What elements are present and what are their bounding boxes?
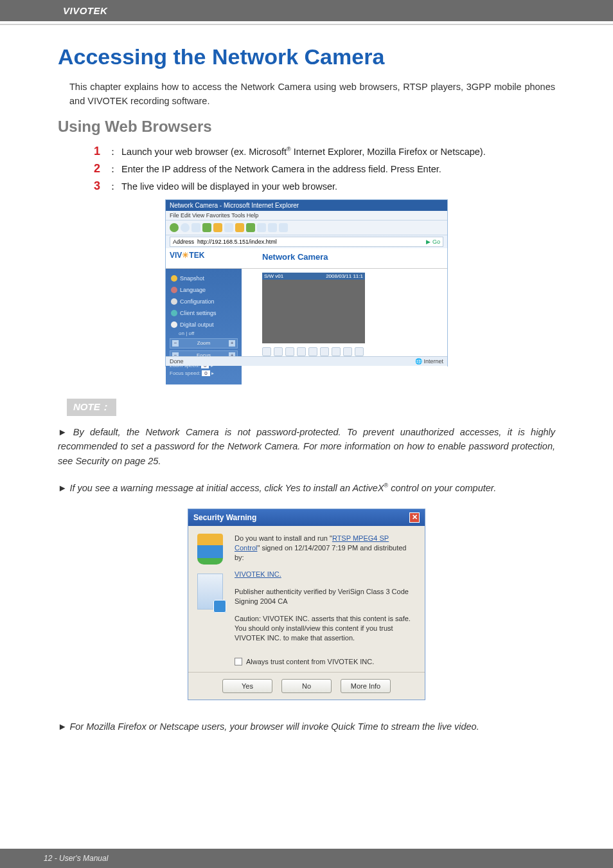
back-icon [170, 223, 179, 232]
play-icon [262, 347, 271, 356]
favorites-icon [235, 223, 244, 232]
dialog-button-row: Yes No More Info [188, 672, 425, 700]
page-footer: 12 - User's Manual [0, 849, 613, 868]
yes-button[interactable]: Yes [222, 679, 272, 693]
step-1-pre: Launch your web browser (ex. Microsoft [121, 147, 287, 157]
step-number-3: 3 [94, 179, 104, 193]
note-2-pre: If you see a warning message at initial … [69, 483, 384, 493]
sidebar-client-settings: Client settings [170, 307, 238, 319]
sidebar-snapshot: Snapshot [170, 273, 238, 284]
note-3-text: For Mozilla Firefox or Netscape users, y… [69, 721, 479, 732]
forward-icon [181, 223, 190, 232]
sidebar-language: Language [170, 284, 238, 296]
checkbox-icon[interactable] [235, 658, 242, 665]
note-2-post: control on your computer. [388, 483, 496, 493]
output-icon [171, 321, 177, 328]
search-icon [224, 223, 233, 232]
browser-address-bar: Address http://192.168.5.151/index.html … [170, 237, 443, 247]
header-divider [0, 24, 613, 25]
intro-paragraph: This chapter explains how to access the … [58, 80, 555, 109]
video-overlay-left: S/W v01 [264, 273, 283, 279]
minus-icon: − [172, 340, 179, 347]
snapshot-icon [171, 275, 177, 282]
language-icon [171, 287, 177, 293]
note-1-text: By default, the Network Camera is not pa… [58, 427, 555, 466]
step-sep: ： [108, 163, 118, 176]
mute-icon [308, 347, 317, 356]
sidebar-digital-output: Digital output [170, 319, 238, 330]
status-done: Done [170, 358, 184, 365]
always-trust-row[interactable]: Always trust content from VIVOTEK INC. [188, 655, 425, 672]
sidebar-configuration: Configuration [170, 296, 238, 307]
camera-main: S/W v012008/03/11 11:1 [242, 269, 447, 384]
always-trust-label: Always trust content from VIVOTEK INC. [246, 658, 374, 665]
note-3: ► For Mozilla Firefox or Netscape users,… [58, 719, 555, 734]
vendor-link[interactable]: VIVOTEK INC. [235, 570, 281, 578]
header-brand: VIVOTEK [0, 0, 613, 21]
browser-screenshot: Network Camera - Microsoft Internet Expl… [165, 199, 448, 366]
address-label: Address [173, 239, 194, 245]
vivotek-logo: VIV☀TEK [166, 248, 242, 269]
note-2: ► If you see a warning message at initia… [58, 481, 555, 495]
plus-icon: + [229, 340, 235, 347]
sidebar-do-onoff: on | off [170, 330, 238, 336]
step-number-2: 2 [94, 162, 104, 176]
mail-icon [268, 223, 277, 232]
browser-window-title: Network Camera - Microsoft Internet Expl… [166, 200, 447, 211]
sidebar-focus-speed: Focus speed: 0 ▸ [170, 370, 238, 376]
note-label: NOTE： [67, 399, 116, 416]
zoom-in-icon [332, 347, 341, 356]
section-using-browsers: Using Web Browsers [58, 118, 555, 136]
dialog-title-text: Security Warning [193, 513, 256, 522]
more-info-button[interactable]: More Info [341, 679, 391, 693]
zoom-out-icon [343, 347, 352, 356]
camera-page-title: Network Camera [262, 252, 443, 262]
video-stream: S/W v012008/03/11 11:1 [262, 273, 365, 343]
step-3-text: The live video will be displayed in your… [121, 181, 337, 192]
mic-icon [320, 347, 329, 356]
dialog-titlebar: Security Warning ✕ [188, 509, 425, 526]
arrow-icon: ► [58, 721, 67, 732]
video-controls [262, 347, 443, 356]
step-2-text: Enter the IP address of the Network Came… [121, 164, 441, 174]
dialog-text-column: Do you want to install and run "RTSP MPE… [235, 534, 416, 651]
browser-menu-bar: File Edit View Favorites Tools Help [166, 211, 447, 221]
step-sep: ： [108, 146, 118, 158]
security-warning-dialog: Security Warning ✕ Do you want to instal… [188, 509, 425, 701]
page-title: Accessing the Network Camera [58, 44, 555, 69]
shield-icon [197, 534, 223, 562]
close-icon[interactable]: ✕ [409, 512, 420, 523]
step-1: 1 ： Launch your web browser (ex. Microso… [94, 145, 555, 158]
record-icon [285, 347, 294, 356]
go-button: ▶ Go [426, 239, 440, 245]
step-3: 3 ： The live video will be displayed in … [94, 179, 555, 193]
dialog-message-1: Do you want to install and run "RTSP MPE… [235, 534, 416, 563]
address-value: http://192.168.5.151/index.html [197, 239, 277, 245]
note-1: ► By default, the Network Camera is not … [58, 425, 555, 468]
package-icon [197, 574, 223, 610]
step-2: 2 ： Enter the IP address of the Network … [94, 162, 555, 176]
dialog-message-2: Publisher authenticity verified by VeriS… [235, 587, 416, 606]
dialog-message-3: Caution: VIVOTEK INC. asserts that this … [235, 614, 416, 643]
browser-status-bar: Done 🌐 Internet [166, 356, 447, 366]
history-icon [257, 223, 266, 232]
dialog-icon-column [197, 534, 227, 651]
stop-icon [191, 223, 200, 232]
step-sep: ： [108, 181, 118, 193]
settings-icon [171, 310, 177, 316]
arrow-icon: ► [58, 483, 67, 493]
print-icon [279, 223, 288, 232]
steps-list: 1 ： Launch your web browser (ex. Microso… [58, 145, 555, 193]
step-1-text: Launch your web browser (ex. Microsoft® … [121, 146, 486, 157]
step-number-1: 1 [94, 145, 104, 158]
media-icon [246, 223, 255, 232]
no-button[interactable]: No [281, 679, 332, 693]
registered-mark: ® [287, 146, 291, 152]
stop-icon [274, 347, 283, 356]
fullscreen-icon [355, 347, 364, 356]
video-overlay-right: 2008/03/11 11:1 [326, 273, 363, 279]
home-icon [213, 223, 222, 232]
gear-icon [171, 298, 177, 305]
step-1-post: Internet Explorer, Mozilla Firefox or Ne… [291, 147, 486, 157]
sidebar-zoom: −Zoom+ [170, 338, 238, 348]
